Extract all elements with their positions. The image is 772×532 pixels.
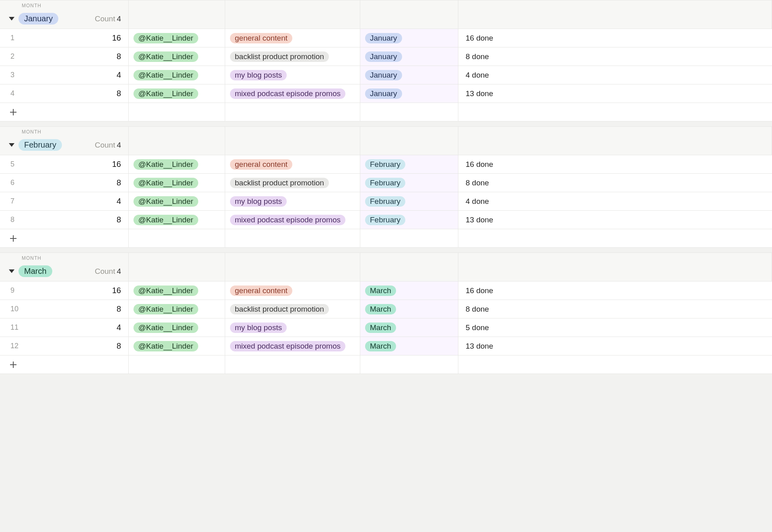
table-row[interactable]: 916@Katie__Lindergeneral contentMarch16 … bbox=[0, 281, 772, 300]
cell-tag[interactable]: mixed podcast episode promos bbox=[225, 84, 360, 103]
month-pill[interactable]: January bbox=[365, 33, 402, 43]
cell-status[interactable]: 8 done bbox=[458, 174, 772, 192]
month-pill[interactable]: March bbox=[365, 286, 396, 296]
tag-pill[interactable]: general content bbox=[230, 286, 292, 296]
cell-status[interactable]: 5 done bbox=[458, 318, 772, 337]
month-pill[interactable]: February bbox=[365, 159, 405, 170]
plus-icon[interactable] bbox=[10, 109, 17, 116]
collapse-caret-icon[interactable] bbox=[9, 143, 14, 147]
group-month-pill[interactable]: March bbox=[18, 265, 52, 277]
cell-handle[interactable]: @Katie__Linder bbox=[129, 29, 225, 47]
cell-number[interactable]: 916 bbox=[0, 281, 129, 300]
cell-tag[interactable]: general content bbox=[225, 281, 360, 300]
month-pill[interactable]: January bbox=[365, 88, 402, 99]
group-month-pill[interactable]: January bbox=[18, 13, 58, 25]
cell-number[interactable]: 108 bbox=[0, 300, 129, 318]
handle-pill[interactable]: @Katie__Linder bbox=[133, 196, 198, 207]
handle-pill[interactable]: @Katie__Linder bbox=[133, 286, 198, 296]
cell-handle[interactable]: @Katie__Linder bbox=[129, 318, 225, 337]
cell-month[interactable]: February bbox=[360, 174, 458, 192]
cell-tag[interactable]: general content bbox=[225, 155, 360, 173]
add-row[interactable] bbox=[0, 103, 772, 121]
cell-month[interactable]: January bbox=[360, 29, 458, 47]
plus-icon[interactable] bbox=[10, 235, 17, 242]
cell-number[interactable]: 34 bbox=[0, 66, 129, 84]
cell-number[interactable]: 68 bbox=[0, 174, 129, 192]
cell-tag[interactable]: backlist product promotion bbox=[225, 300, 360, 318]
add-row[interactable] bbox=[0, 355, 772, 374]
month-pill[interactable]: March bbox=[365, 322, 396, 333]
group-month-pill[interactable]: February bbox=[18, 139, 62, 151]
cell-month[interactable]: March bbox=[360, 281, 458, 300]
month-pill[interactable]: February bbox=[365, 178, 405, 188]
cell-handle[interactable]: @Katie__Linder bbox=[129, 66, 225, 84]
cell-month[interactable]: March bbox=[360, 318, 458, 337]
month-pill[interactable]: February bbox=[365, 215, 405, 225]
handle-pill[interactable]: @Katie__Linder bbox=[133, 215, 198, 225]
handle-pill[interactable]: @Katie__Linder bbox=[133, 341, 198, 351]
handle-pill[interactable]: @Katie__Linder bbox=[133, 51, 198, 62]
cell-tag[interactable]: general content bbox=[225, 29, 360, 47]
month-pill[interactable]: January bbox=[365, 70, 402, 80]
cell-number[interactable]: 88 bbox=[0, 211, 129, 229]
handle-pill[interactable]: @Katie__Linder bbox=[133, 33, 198, 43]
cell-number[interactable]: 116 bbox=[0, 29, 129, 47]
cell-status[interactable]: 8 done bbox=[458, 300, 772, 318]
table-row[interactable]: 116@Katie__Lindergeneral contentJanuary1… bbox=[0, 29, 772, 47]
cell-tag[interactable]: my blog posts bbox=[225, 318, 360, 337]
cell-handle[interactable]: @Katie__Linder bbox=[129, 211, 225, 229]
collapse-caret-icon[interactable] bbox=[9, 269, 14, 273]
cell-month[interactable]: January bbox=[360, 47, 458, 66]
cell-number[interactable]: 48 bbox=[0, 84, 129, 103]
cell-status[interactable]: 13 done bbox=[458, 211, 772, 229]
month-pill[interactable]: January bbox=[365, 51, 402, 62]
plus-icon[interactable] bbox=[10, 361, 17, 368]
handle-pill[interactable]: @Katie__Linder bbox=[133, 322, 198, 333]
handle-pill[interactable]: @Katie__Linder bbox=[133, 88, 198, 99]
cell-handle[interactable]: @Katie__Linder bbox=[129, 174, 225, 192]
add-row[interactable] bbox=[0, 229, 772, 248]
table-row[interactable]: 516@Katie__Lindergeneral contentFebruary… bbox=[0, 155, 772, 174]
tag-pill[interactable]: backlist product promotion bbox=[230, 51, 329, 62]
month-pill[interactable]: March bbox=[365, 304, 396, 314]
cell-status[interactable]: 13 done bbox=[458, 84, 772, 103]
month-pill[interactable]: February bbox=[365, 196, 405, 207]
cell-number[interactable]: 28 bbox=[0, 47, 129, 66]
cell-month[interactable]: February bbox=[360, 155, 458, 173]
cell-number[interactable]: 516 bbox=[0, 155, 129, 173]
tag-pill[interactable]: backlist product promotion bbox=[230, 178, 329, 188]
tag-pill[interactable]: my blog posts bbox=[230, 70, 287, 80]
cell-tag[interactable]: mixed podcast episode promos bbox=[225, 211, 360, 229]
tag-pill[interactable]: mixed podcast episode promos bbox=[230, 215, 345, 225]
add-row-cell[interactable] bbox=[0, 103, 129, 121]
table-row[interactable]: 74@Katie__Lindermy blog postsFebruary4 d… bbox=[0, 192, 772, 211]
tag-pill[interactable]: my blog posts bbox=[230, 196, 287, 207]
cell-month[interactable]: March bbox=[360, 337, 458, 355]
cell-handle[interactable]: @Katie__Linder bbox=[129, 337, 225, 355]
tag-pill[interactable]: general content bbox=[230, 159, 292, 170]
table-row[interactable]: 128@Katie__Lindermixed podcast episode p… bbox=[0, 337, 772, 355]
cell-month[interactable]: January bbox=[360, 66, 458, 84]
cell-month[interactable]: March bbox=[360, 300, 458, 318]
table-row[interactable]: 108@Katie__Linderbacklist product promot… bbox=[0, 300, 772, 318]
cell-number[interactable]: 74 bbox=[0, 192, 129, 210]
table-row[interactable]: 48@Katie__Lindermixed podcast episode pr… bbox=[0, 84, 772, 103]
tag-pill[interactable]: my blog posts bbox=[230, 322, 287, 333]
table-row[interactable]: 34@Katie__Lindermy blog postsJanuary4 do… bbox=[0, 66, 772, 84]
handle-pill[interactable]: @Katie__Linder bbox=[133, 178, 198, 188]
handle-pill[interactable]: @Katie__Linder bbox=[133, 70, 198, 80]
cell-handle[interactable]: @Katie__Linder bbox=[129, 281, 225, 300]
cell-status[interactable]: 16 done bbox=[458, 29, 772, 47]
cell-tag[interactable]: backlist product promotion bbox=[225, 174, 360, 192]
cell-handle[interactable]: @Katie__Linder bbox=[129, 84, 225, 103]
collapse-caret-icon[interactable] bbox=[9, 17, 14, 21]
handle-pill[interactable]: @Katie__Linder bbox=[133, 304, 198, 314]
add-row-cell[interactable] bbox=[0, 229, 129, 247]
month-pill[interactable]: March bbox=[365, 341, 396, 351]
cell-number[interactable]: 128 bbox=[0, 337, 129, 355]
add-row-cell[interactable] bbox=[0, 355, 129, 374]
table-row[interactable]: 28@Katie__Linderbacklist product promoti… bbox=[0, 47, 772, 66]
cell-status[interactable]: 4 done bbox=[458, 66, 772, 84]
cell-month[interactable]: January bbox=[360, 84, 458, 103]
tag-pill[interactable]: backlist product promotion bbox=[230, 304, 329, 314]
